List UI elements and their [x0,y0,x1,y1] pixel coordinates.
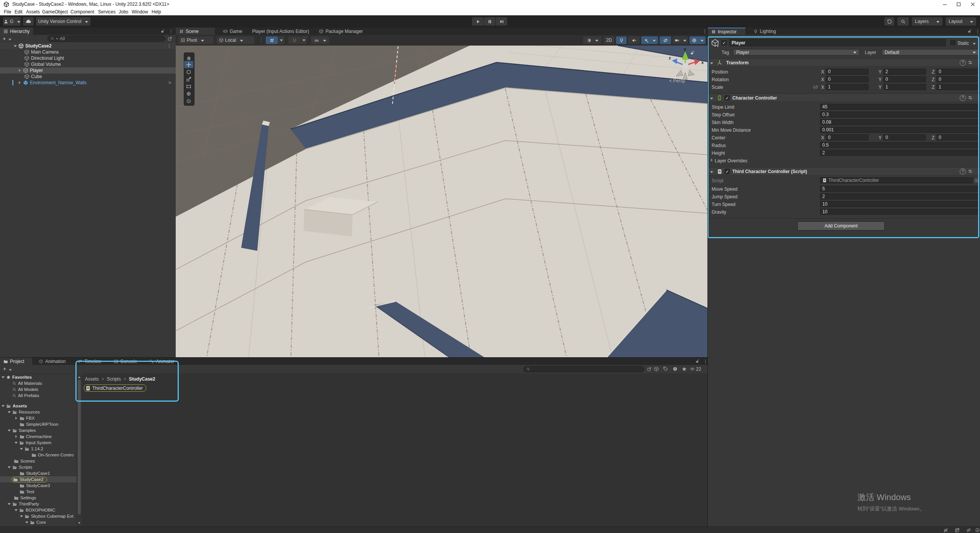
foldout-expanded-icon[interactable] [15,509,18,513]
menu-help[interactable]: Help [152,9,161,15]
step-offset-field[interactable]: 0.3 [820,111,979,118]
version-control-button[interactable]: Unity Version Control [36,17,90,26]
move-speed-field[interactable]: 5 [820,186,979,192]
rotate-tool-button[interactable] [184,68,193,75]
tree-cinemachine[interactable]: Cinemachine [0,433,77,440]
transform-header[interactable]: Transform ? ⋮ [708,58,980,67]
open-new-window-icon[interactable] [168,36,172,41]
static-caret-icon[interactable] [973,43,976,46]
scroll-up-icon[interactable] [78,375,80,378]
foldout-collapsed-icon[interactable] [15,417,19,420]
jump-speed-field[interactable]: 2 [820,193,979,199]
radius-field[interactable]: 0.5 [820,142,979,148]
tree-settings[interactable]: Settings [0,495,77,501]
orientation-dropdown[interactable]: Local [217,36,254,44]
pivot-dropdown[interactable]: Pivot [178,36,214,44]
foldout-expanded-icon[interactable] [710,98,713,101]
2d-toggle[interactable]: 2D [604,36,614,44]
foldout-collapsed-icon[interactable] [19,69,22,72]
create-add-button[interactable]: + [3,36,6,42]
foldout-expanded-icon[interactable] [15,442,18,445]
scene-viewport[interactable] [176,46,707,357]
gameobject-name-field[interactable]: Player [729,39,946,46]
foldout-expanded-icon[interactable] [8,430,11,433]
foldout-expanded-icon[interactable] [710,171,713,175]
tag-dropdown[interactable]: Player [733,49,859,56]
audio-toggle[interactable] [628,36,640,44]
create-add-button[interactable]: + [3,366,6,372]
collab-disabled-icon[interactable] [966,528,971,533]
scale-z-field[interactable]: 1 [936,84,978,90]
gizmo-lock-icon[interactable] [690,51,694,55]
foldout-collapsed-icon[interactable] [15,435,19,438]
hierarchy-scene-row[interactable]: StudyCase2 ⋮ [0,43,176,49]
search-button[interactable] [897,17,909,26]
scale-y-field[interactable]: 1 [883,84,926,90]
layers-dropdown[interactable]: Layers [912,17,942,26]
custom-tool-button[interactable] [184,97,193,105]
tab-animator[interactable]: Animator [146,358,178,365]
cache-server-disabled-icon[interactable] [955,528,960,533]
tree-scrollbar[interactable] [77,373,82,527]
tab-project[interactable]: Project [0,358,32,365]
debugger-disabled-icon[interactable] [943,528,948,533]
create-add-caret-icon[interactable] [8,39,11,42]
foldout-collapsed-icon[interactable] [19,81,22,84]
cloud-button[interactable] [23,17,34,26]
shading-mode-dropdown[interactable] [583,36,601,44]
presets-icon[interactable] [968,169,973,174]
tab-hierarchy[interactable]: Hierarchy [0,28,33,35]
scrollbar-thumb[interactable] [78,379,81,514]
pause-button[interactable] [484,17,495,26]
snap-settings-button[interactable] [311,36,329,44]
projection-label[interactable]: < Persp [669,78,685,83]
presets-icon[interactable] [968,60,973,65]
menu-assets[interactable]: Assets [26,9,40,15]
menu-services[interactable]: Services [98,9,116,15]
menu-component[interactable]: Component [70,9,94,15]
tree-all-materials[interactable]: All Materials [0,380,77,386]
asset-item-thirdcharactercontroller[interactable]: ThirdCharacterController [84,384,146,392]
tab-package-manager[interactable]: Package Manager [315,28,366,35]
rotation-x-field[interactable]: 0 [826,76,869,82]
rect-tool-button[interactable] [184,83,193,90]
close-button[interactable] [965,0,980,8]
maximize-button[interactable] [952,0,965,8]
tab-animation[interactable]: Animation [35,358,69,365]
breadcrumb-assets[interactable]: Assets [85,376,99,382]
layer-dropdown[interactable]: Default [882,49,979,56]
lock-icon[interactable] [160,29,165,33]
tab-inspector[interactable]: Inspector [708,28,745,35]
minimize-button[interactable] [938,0,952,8]
foldout-expanded-icon[interactable] [25,522,28,525]
panel-menu-icon[interactable]: ⋮ [703,359,707,364]
tree-on-screen-controls[interactable]: On-Screen Contro [0,452,77,458]
foldout-expanded-icon[interactable] [20,515,23,519]
tree-boxophobic[interactable]: BOXOPHOBIC [0,507,77,513]
height-field[interactable]: 2 [820,150,979,156]
increment-snap-button[interactable] [288,36,301,44]
help-icon[interactable]: ? [960,60,966,66]
component-enabled-checkbox[interactable]: ✓ [725,95,730,100]
component-enabled-checkbox[interactable]: ✓ [725,169,730,174]
scroll-down-icon[interactable] [78,522,80,525]
character-controller-header[interactable]: ✓ Character Controller ? ⋮ [708,93,980,102]
tree-favorites[interactable]: Favorites [0,374,77,380]
tab-lighting[interactable]: Lighting [750,28,779,35]
hierarchy-item-main-camera[interactable]: Main Camera [0,49,176,55]
favorites-filter-icon[interactable] [682,366,687,371]
foldout-expanded-icon[interactable] [2,376,5,380]
tab-scene[interactable]: Scene [176,28,215,35]
panel-menu-icon[interactable]: ⋮ [702,29,707,34]
tab-console[interactable]: Console [110,358,140,365]
tree-studycase2-selected[interactable]: StudyCase2 [0,476,77,482]
rotation-y-field[interactable]: 0 [883,76,926,82]
lighting-toggle[interactable] [616,36,627,44]
layer-overrides-label[interactable]: Layer Overrides [715,158,747,163]
increment-snap-caret-button[interactable] [301,36,307,44]
scene-visibility-toggle[interactable] [660,36,671,44]
tree-core[interactable]: Core [0,519,77,525]
panel-menu-icon[interactable]: ⋮ [169,29,173,34]
center-x-field[interactable]: 0 [826,134,869,141]
scale-link-icon[interactable] [813,85,818,90]
